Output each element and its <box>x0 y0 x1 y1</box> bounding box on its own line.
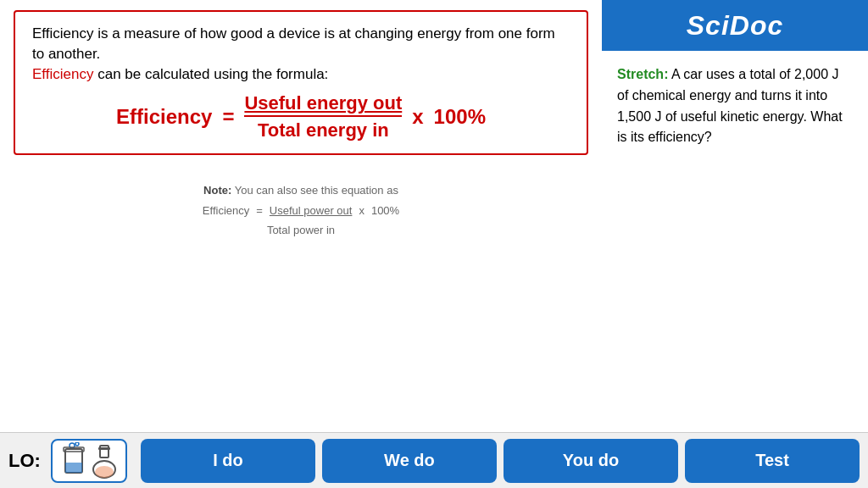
fraction-line <box>244 115 402 117</box>
formula-times: x <box>412 105 423 129</box>
note-line3: Total power in <box>47 220 554 240</box>
note-percent2: 100% <box>371 201 399 220</box>
intro-part1: Efficiency is a measure of how good a de… <box>32 25 555 62</box>
lo-label: LO: <box>8 450 41 472</box>
scidoc-doc: Doc <box>730 10 783 41</box>
i-do-button[interactable]: I do <box>141 439 315 483</box>
scidoc-header: SciDoc <box>602 0 868 51</box>
left-panel: Efficiency is a measure of how good a de… <box>0 0 602 432</box>
intro-part2: can be calculated using the formula: <box>93 66 328 82</box>
scidoc-title: SciDoc <box>687 10 783 42</box>
beaker2-icon <box>91 442 118 480</box>
bottom-bar: LO: <box>0 432 868 488</box>
formula-box: Efficiency is a measure of how good a de… <box>14 10 588 155</box>
note-text1: You can also see this equation as <box>231 184 398 197</box>
svg-point-7 <box>95 466 114 478</box>
note-section: Note: You can also see this equation as … <box>14 172 588 248</box>
stretch-label: Stretch: <box>617 67 668 81</box>
lo-icon-box <box>51 439 127 483</box>
svg-rect-4 <box>65 463 82 473</box>
stretch-box: Stretch: A car uses a total of 2,000 J o… <box>602 51 868 432</box>
note-equals2: = <box>256 201 263 220</box>
efficiency-highlight: Efficiency <box>32 66 93 82</box>
note-label: Note: <box>203 184 231 197</box>
note-line2: Efficiency = Useful power out x 100% <box>47 201 554 220</box>
formula-denominator: Total energy in <box>258 119 389 141</box>
test-button[interactable]: Test <box>685 439 860 483</box>
you-do-button[interactable]: You do <box>504 439 678 483</box>
right-panel: SciDoc Stretch: A car uses a total of 2,… <box>602 0 868 432</box>
intro-text: Efficiency is a measure of how good a de… <box>32 24 570 84</box>
note-x2: x <box>359 201 364 220</box>
formula-line: Efficiency = Useful energy out Total ene… <box>32 92 570 141</box>
svg-point-1 <box>75 442 79 446</box>
svg-rect-8 <box>98 447 110 450</box>
formula-numerator: Useful energy out <box>244 92 402 114</box>
we-do-button[interactable]: We do <box>322 439 497 483</box>
note-line1: Note: You can also see this equation as <box>47 180 554 200</box>
formula-efficiency-label: Efficiency <box>116 105 212 129</box>
formula-fraction: Useful energy out Total energy in <box>244 92 402 141</box>
formula-percent: 100% <box>434 105 486 129</box>
beaker1-icon <box>60 442 87 480</box>
formula-equals: = <box>222 105 234 129</box>
note-power-out: Useful power out <box>270 201 353 220</box>
note-efficiency: Efficiency <box>203 201 249 220</box>
scidoc-sci: Sci <box>687 10 730 41</box>
beaker-icons <box>60 442 118 480</box>
